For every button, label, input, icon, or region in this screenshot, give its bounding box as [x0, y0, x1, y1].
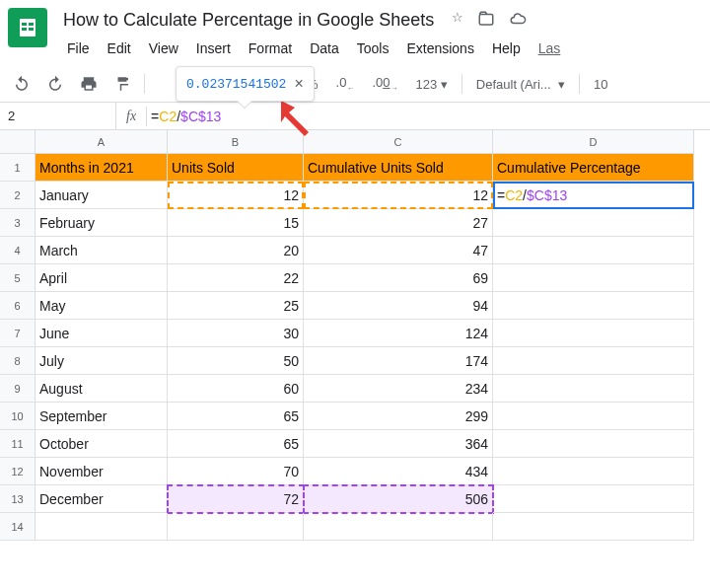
cell[interactable]: 65 [168, 430, 304, 458]
row-header[interactable]: 2 [0, 182, 36, 209]
row-header[interactable]: 7 [0, 320, 36, 347]
menu-data[interactable]: Data [302, 37, 347, 60]
cell[interactable]: 22 [168, 264, 304, 292]
cell[interactable]: 27 [304, 209, 493, 237]
cell[interactable]: 174 [304, 347, 493, 375]
cell[interactable]: 65 [168, 403, 304, 430]
paint-format-icon[interactable] [110, 72, 134, 96]
row-header[interactable]: 14 [0, 513, 36, 541]
cell[interactable] [493, 209, 694, 237]
cell[interactable]: August [36, 375, 168, 403]
cell[interactable]: 72 [168, 485, 304, 513]
row-header[interactable]: 3 [0, 209, 36, 237]
cell[interactable]: February [36, 209, 168, 237]
menu-extensions[interactable]: Extensions [398, 37, 481, 60]
menu-file[interactable]: File [59, 37, 98, 60]
active-cell[interactable]: =C2/$C$13 [493, 182, 694, 209]
cell[interactable]: 94 [304, 292, 493, 320]
menu-lastedit[interactable]: Las [531, 37, 569, 60]
cell[interactable]: 50 [168, 347, 304, 375]
more-formats[interactable]: 123 ▾ [411, 75, 451, 94]
cell[interactable]: 12 [168, 182, 304, 209]
cell[interactable] [493, 375, 694, 403]
cell[interactable] [493, 403, 694, 430]
cell[interactable] [493, 292, 694, 320]
cell[interactable]: January [36, 182, 168, 209]
cell[interactable] [493, 430, 694, 458]
row-header[interactable]: 5 [0, 264, 36, 292]
cell[interactable]: 299 [304, 403, 493, 430]
cell[interactable] [168, 513, 304, 541]
cell[interactable]: 124 [304, 320, 493, 347]
cell[interactable]: 434 [304, 458, 493, 485]
cell[interactable]: 506 [304, 485, 493, 513]
col-header[interactable]: C [304, 130, 493, 154]
increase-decimal[interactable]: .00→ [368, 73, 401, 95]
col-header[interactable]: A [36, 130, 168, 154]
cell[interactable] [493, 485, 694, 513]
cell[interactable]: May [36, 292, 168, 320]
cell[interactable]: December [36, 485, 168, 513]
star-icon[interactable]: ☆ [452, 10, 463, 31]
cell[interactable] [493, 513, 694, 541]
menu-view[interactable]: View [141, 37, 186, 60]
header-cell[interactable]: Cumulative Percentage [493, 154, 694, 182]
cell[interactable]: 69 [304, 264, 493, 292]
formula-bar[interactable]: =C2/$C$13 [147, 109, 710, 124]
cell[interactable]: 364 [304, 430, 493, 458]
cell[interactable]: March [36, 237, 168, 264]
row-header[interactable]: 1 [0, 154, 36, 182]
decrease-decimal[interactable]: .0← [332, 73, 359, 95]
cell[interactable]: 30 [168, 320, 304, 347]
print-icon[interactable] [77, 72, 101, 96]
header-cell[interactable]: Months in 2021 [36, 154, 168, 182]
font-select[interactable]: Default (Ari... ▾ [472, 75, 569, 94]
row-header[interactable]: 13 [0, 485, 36, 513]
cell[interactable] [493, 264, 694, 292]
menu-help[interactable]: Help [484, 37, 529, 60]
cell[interactable]: 15 [168, 209, 304, 237]
cell[interactable]: 25 [168, 292, 304, 320]
cloud-icon[interactable] [509, 10, 527, 31]
menu-edit[interactable]: Edit [100, 37, 139, 60]
row-header[interactable]: 8 [0, 347, 36, 375]
cell[interactable]: October [36, 430, 168, 458]
select-all-corner[interactable] [0, 130, 36, 154]
cell[interactable]: 60 [168, 375, 304, 403]
cell[interactable]: 12 [304, 182, 493, 209]
cell[interactable]: 20 [168, 237, 304, 264]
cell[interactable] [304, 513, 493, 541]
cell[interactable]: April [36, 264, 168, 292]
col-header[interactable]: D [493, 130, 694, 154]
row-header[interactable]: 12 [0, 458, 36, 485]
name-box[interactable]: 2 [0, 103, 116, 129]
cell[interactable]: November [36, 458, 168, 485]
cell[interactable]: September [36, 403, 168, 430]
menu-tools[interactable]: Tools [349, 37, 397, 60]
header-cell[interactable]: Cumulative Units Sold [304, 154, 493, 182]
cell[interactable] [493, 237, 694, 264]
cell[interactable]: July [36, 347, 168, 375]
cell[interactable] [493, 458, 694, 485]
close-icon[interactable]: × [294, 75, 303, 93]
cell[interactable]: 70 [168, 458, 304, 485]
menu-insert[interactable]: Insert [188, 37, 239, 60]
row-header[interactable]: 11 [0, 430, 36, 458]
row-header[interactable]: 4 [0, 237, 36, 264]
sheets-logo[interactable] [8, 8, 47, 47]
cell[interactable] [493, 347, 694, 375]
cell[interactable]: June [36, 320, 168, 347]
doc-title[interactable]: How to Calculate Percentage in Google Sh… [59, 8, 438, 33]
cell[interactable]: 47 [304, 237, 493, 264]
row-header[interactable]: 10 [0, 403, 36, 430]
row-header[interactable]: 9 [0, 375, 36, 403]
cell[interactable] [493, 320, 694, 347]
cell[interactable] [36, 513, 168, 541]
font-size[interactable]: 10 [590, 75, 611, 94]
cell[interactable]: 234 [304, 375, 493, 403]
menu-format[interactable]: Format [241, 37, 300, 60]
redo-icon[interactable] [43, 72, 67, 96]
undo-icon[interactable] [10, 72, 34, 96]
move-icon[interactable] [477, 10, 495, 31]
row-header[interactable]: 6 [0, 292, 36, 320]
